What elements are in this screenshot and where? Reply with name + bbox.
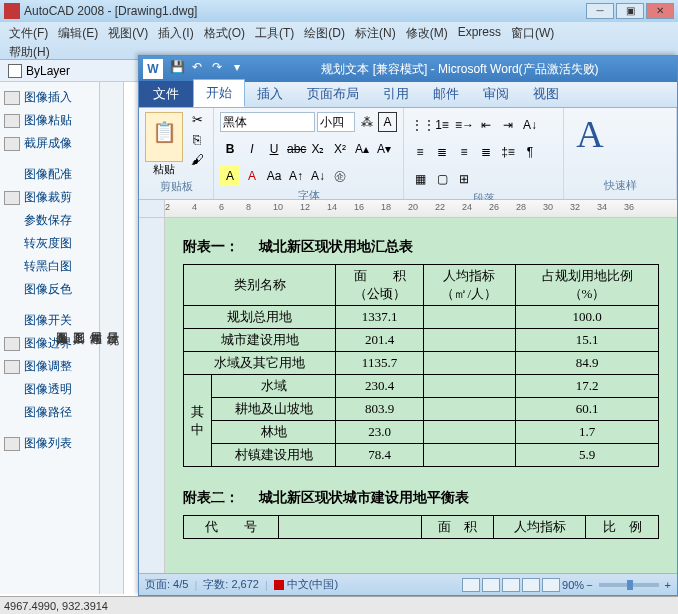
view-draft-icon[interactable]	[542, 578, 560, 592]
table-row: 其中水域230.417.2	[184, 375, 659, 398]
undo-icon[interactable]: ↶	[188, 60, 206, 78]
underline-button[interactable]: U	[264, 139, 284, 159]
copy-icon[interactable]: ⎘	[187, 132, 207, 150]
menu-express[interactable]: Express	[455, 24, 504, 43]
proof-icon[interactable]	[274, 580, 284, 590]
indent-icon[interactable]: ⇥	[498, 115, 518, 135]
tab-insert[interactable]: 插入	[245, 81, 295, 107]
vbar-stats[interactable]: 显示统计	[104, 92, 121, 554]
ribbon: 📋 粘贴 ✂ ⎘ 🖌 剪贴板 ⁂ A B	[139, 108, 677, 200]
align-right-icon[interactable]: ≡	[454, 142, 474, 162]
font-color-button[interactable]: A	[242, 166, 262, 186]
tab-view[interactable]: 视图	[521, 81, 571, 107]
paste-icon	[4, 114, 20, 128]
document-page[interactable]: 附表一：城北新区现状用地汇总表 类别名称 面 积（公顷） 人均指标（㎡/人） 占…	[165, 218, 677, 573]
table2-caption: 附表二：城北新区现状城市建设用地平衡表	[183, 489, 659, 507]
strike-button[interactable]: abc	[286, 139, 306, 159]
outdent-icon[interactable]: ⇤	[476, 115, 496, 135]
paragraph-group: ⋮⋮ 1≡ ≡→ ⇤ ⇥ A↓ ≡ ≣ ≡ ≣ ‡≡ ¶ ▦ ▢	[404, 108, 564, 199]
tab-review[interactable]: 审阅	[471, 81, 521, 107]
bold-button[interactable]: B	[220, 139, 240, 159]
menu-tools[interactable]: 工具(T)	[252, 24, 297, 43]
grow-font2-icon[interactable]: A↑	[286, 166, 306, 186]
menu-format[interactable]: 格式(O)	[201, 24, 248, 43]
italic-button[interactable]: I	[242, 139, 262, 159]
vertical-ruler[interactable]	[139, 218, 165, 573]
language-indicator[interactable]: 中文(中国)	[287, 577, 338, 592]
paste-label: 粘贴	[145, 162, 183, 177]
shading-icon[interactable]: ▦	[410, 169, 430, 189]
zoom-out-icon[interactable]: −	[586, 579, 592, 591]
align-justify-icon[interactable]: ≣	[476, 142, 496, 162]
close-button[interactable]: ✕	[646, 3, 674, 19]
view-web-icon[interactable]	[502, 578, 520, 592]
paste-button[interactable]: 📋	[145, 112, 183, 162]
cut-icon[interactable]: ✂	[187, 112, 207, 130]
subscript-button[interactable]: X₂	[308, 139, 328, 159]
format-painter-icon[interactable]: 🖌	[187, 152, 207, 170]
view-outline-icon[interactable]	[522, 578, 540, 592]
view-read-icon[interactable]	[482, 578, 500, 592]
view-print-icon[interactable]	[462, 578, 480, 592]
maximize-button[interactable]: ▣	[616, 3, 644, 19]
circle-char-icon[interactable]: ㊭	[330, 166, 350, 186]
tab-layout[interactable]: 页面布局	[295, 81, 371, 107]
sort-icon[interactable]: A↓	[520, 115, 540, 135]
minimize-button[interactable]: ─	[586, 3, 614, 19]
zoom-in-icon[interactable]: +	[665, 579, 671, 591]
align-center-icon[interactable]: ≣	[432, 142, 452, 162]
bylayer-label[interactable]: ByLayer	[26, 64, 70, 78]
tab-home[interactable]: 开始	[193, 79, 245, 107]
shrink-font-icon[interactable]: A▾	[374, 139, 394, 159]
show-marks-icon[interactable]: ¶	[520, 142, 540, 162]
zoom-level[interactable]: 90%	[562, 579, 584, 591]
numbering-icon[interactable]: 1≡	[432, 115, 452, 135]
change-case-button[interactable]: Aa	[264, 166, 284, 186]
menu-view[interactable]: 视图(V)	[105, 24, 151, 43]
color-swatch[interactable]	[8, 64, 22, 78]
align-left-icon[interactable]: ≡	[410, 142, 430, 162]
tab-file[interactable]: 文件	[139, 81, 193, 107]
tab-mail[interactable]: 邮件	[421, 81, 471, 107]
superscript-button[interactable]: X²	[330, 139, 350, 159]
redo-icon[interactable]: ↷	[208, 60, 226, 78]
menu-file[interactable]: 文件(F)	[6, 24, 51, 43]
acad-title-text: AutoCAD 2008 - [Drawing1.dwg]	[24, 4, 197, 18]
vbar-drawtools[interactable]: 图形工具	[70, 92, 87, 554]
ruler-corner	[139, 200, 165, 217]
clipboard-label: 剪贴板	[145, 177, 207, 196]
word-app-icon[interactable]: W	[143, 59, 163, 79]
th-area: 面 积（公顷）	[336, 265, 423, 306]
vbar-layout[interactable]: 属性布局	[87, 92, 104, 554]
menu-modify[interactable]: 修改(M)	[403, 24, 451, 43]
horizontal-ruler[interactable]: 24681012141618202224262830323436	[165, 200, 677, 217]
word-count[interactable]: 字数: 2,672	[203, 577, 259, 592]
menu-dim[interactable]: 标注(N)	[352, 24, 399, 43]
highlight-button[interactable]: A	[220, 166, 240, 186]
bullets-icon[interactable]: ⋮⋮	[410, 115, 430, 135]
line-spacing-icon[interactable]: ‡≡	[498, 142, 518, 162]
save-icon[interactable]: 💾	[168, 60, 186, 78]
menu-window[interactable]: 窗口(W)	[508, 24, 557, 43]
font-size-select[interactable]	[317, 112, 355, 132]
menu-draw[interactable]: 绘图(D)	[301, 24, 348, 43]
th-per: 人均指标（㎡/人）	[423, 265, 515, 306]
multilevel-icon[interactable]: ≡→	[454, 115, 474, 135]
menu-help[interactable]: 帮助(H)	[6, 43, 53, 62]
table-row: 村镇建设用地78.45.9	[184, 444, 659, 467]
menu-insert[interactable]: 插入(I)	[155, 24, 196, 43]
char-border-icon[interactable]: A	[378, 112, 397, 132]
align-dist-icon[interactable]: ⊞	[454, 169, 474, 189]
quick-style-icon[interactable]: A	[570, 112, 610, 176]
tab-references[interactable]: 引用	[371, 81, 421, 107]
zoom-slider[interactable]	[599, 583, 659, 587]
page-indicator[interactable]: 页面: 4/5	[145, 577, 188, 592]
vbar-imgtools[interactable]: 图像工具	[53, 92, 70, 554]
grow-font-icon[interactable]: A▴	[352, 139, 372, 159]
font-name-select[interactable]	[220, 112, 315, 132]
clear-format-icon[interactable]: ⁂	[357, 112, 376, 132]
menu-edit[interactable]: 编辑(E)	[55, 24, 101, 43]
shrink-font2-icon[interactable]: A↓	[308, 166, 328, 186]
qat-dropdown-icon[interactable]: ▾	[228, 60, 246, 78]
borders-icon[interactable]: ▢	[432, 169, 452, 189]
